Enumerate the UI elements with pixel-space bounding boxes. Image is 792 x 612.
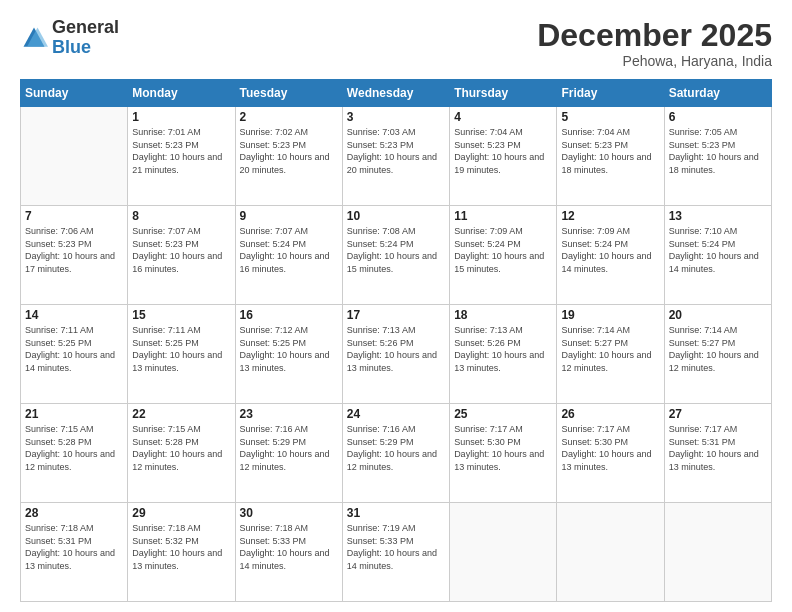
logo: General Blue — [20, 18, 119, 58]
day-info: Sunrise: 7:14 AM Sunset: 5:27 PM Dayligh… — [669, 324, 767, 374]
logo-icon — [20, 24, 48, 52]
calendar-subtitle: Pehowa, Haryana, India — [537, 53, 772, 69]
day-number: 30 — [240, 506, 338, 520]
day-cell: 20Sunrise: 7:14 AM Sunset: 5:27 PM Dayli… — [664, 305, 771, 404]
day-number: 25 — [454, 407, 552, 421]
day-cell: 16Sunrise: 7:12 AM Sunset: 5:25 PM Dayli… — [235, 305, 342, 404]
day-cell — [21, 107, 128, 206]
header: General Blue December 2025 Pehowa, Harya… — [20, 18, 772, 69]
weekday-header-monday: Monday — [128, 80, 235, 107]
day-info: Sunrise: 7:18 AM Sunset: 5:31 PM Dayligh… — [25, 522, 123, 572]
day-info: Sunrise: 7:18 AM Sunset: 5:32 PM Dayligh… — [132, 522, 230, 572]
day-cell: 22Sunrise: 7:15 AM Sunset: 5:28 PM Dayli… — [128, 404, 235, 503]
day-number: 8 — [132, 209, 230, 223]
day-cell: 15Sunrise: 7:11 AM Sunset: 5:25 PM Dayli… — [128, 305, 235, 404]
day-cell: 10Sunrise: 7:08 AM Sunset: 5:24 PM Dayli… — [342, 206, 449, 305]
day-cell: 31Sunrise: 7:19 AM Sunset: 5:33 PM Dayli… — [342, 503, 449, 602]
day-info: Sunrise: 7:16 AM Sunset: 5:29 PM Dayligh… — [347, 423, 445, 473]
calendar-table: SundayMondayTuesdayWednesdayThursdayFrid… — [20, 79, 772, 602]
day-cell: 4Sunrise: 7:04 AM Sunset: 5:23 PM Daylig… — [450, 107, 557, 206]
day-info: Sunrise: 7:14 AM Sunset: 5:27 PM Dayligh… — [561, 324, 659, 374]
day-number: 1 — [132, 110, 230, 124]
day-cell — [557, 503, 664, 602]
day-number: 19 — [561, 308, 659, 322]
day-info: Sunrise: 7:19 AM Sunset: 5:33 PM Dayligh… — [347, 522, 445, 572]
logo-general: General — [52, 18, 119, 38]
day-info: Sunrise: 7:09 AM Sunset: 5:24 PM Dayligh… — [561, 225, 659, 275]
day-cell: 2Sunrise: 7:02 AM Sunset: 5:23 PM Daylig… — [235, 107, 342, 206]
day-cell: 24Sunrise: 7:16 AM Sunset: 5:29 PM Dayli… — [342, 404, 449, 503]
day-info: Sunrise: 7:07 AM Sunset: 5:23 PM Dayligh… — [132, 225, 230, 275]
day-number: 26 — [561, 407, 659, 421]
day-number: 15 — [132, 308, 230, 322]
week-row-3: 14Sunrise: 7:11 AM Sunset: 5:25 PM Dayli… — [21, 305, 772, 404]
day-info: Sunrise: 7:03 AM Sunset: 5:23 PM Dayligh… — [347, 126, 445, 176]
day-number: 21 — [25, 407, 123, 421]
day-cell: 3Sunrise: 7:03 AM Sunset: 5:23 PM Daylig… — [342, 107, 449, 206]
title-block: December 2025 Pehowa, Haryana, India — [537, 18, 772, 69]
day-info: Sunrise: 7:01 AM Sunset: 5:23 PM Dayligh… — [132, 126, 230, 176]
day-cell: 25Sunrise: 7:17 AM Sunset: 5:30 PM Dayli… — [450, 404, 557, 503]
day-info: Sunrise: 7:06 AM Sunset: 5:23 PM Dayligh… — [25, 225, 123, 275]
day-info: Sunrise: 7:18 AM Sunset: 5:33 PM Dayligh… — [240, 522, 338, 572]
day-cell — [664, 503, 771, 602]
day-number: 10 — [347, 209, 445, 223]
logo-text: General Blue — [52, 18, 119, 58]
day-number: 9 — [240, 209, 338, 223]
weekday-header-saturday: Saturday — [664, 80, 771, 107]
day-number: 18 — [454, 308, 552, 322]
day-cell: 8Sunrise: 7:07 AM Sunset: 5:23 PM Daylig… — [128, 206, 235, 305]
day-cell: 11Sunrise: 7:09 AM Sunset: 5:24 PM Dayli… — [450, 206, 557, 305]
day-number: 29 — [132, 506, 230, 520]
day-info: Sunrise: 7:13 AM Sunset: 5:26 PM Dayligh… — [454, 324, 552, 374]
day-info: Sunrise: 7:17 AM Sunset: 5:30 PM Dayligh… — [561, 423, 659, 473]
day-number: 2 — [240, 110, 338, 124]
day-info: Sunrise: 7:04 AM Sunset: 5:23 PM Dayligh… — [561, 126, 659, 176]
day-cell: 23Sunrise: 7:16 AM Sunset: 5:29 PM Dayli… — [235, 404, 342, 503]
week-row-1: 1Sunrise: 7:01 AM Sunset: 5:23 PM Daylig… — [21, 107, 772, 206]
day-number: 28 — [25, 506, 123, 520]
day-cell: 1Sunrise: 7:01 AM Sunset: 5:23 PM Daylig… — [128, 107, 235, 206]
day-cell: 9Sunrise: 7:07 AM Sunset: 5:24 PM Daylig… — [235, 206, 342, 305]
day-cell: 26Sunrise: 7:17 AM Sunset: 5:30 PM Dayli… — [557, 404, 664, 503]
day-number: 31 — [347, 506, 445, 520]
day-number: 27 — [669, 407, 767, 421]
day-cell: 6Sunrise: 7:05 AM Sunset: 5:23 PM Daylig… — [664, 107, 771, 206]
day-info: Sunrise: 7:17 AM Sunset: 5:30 PM Dayligh… — [454, 423, 552, 473]
day-info: Sunrise: 7:07 AM Sunset: 5:24 PM Dayligh… — [240, 225, 338, 275]
day-number: 13 — [669, 209, 767, 223]
weekday-header-thursday: Thursday — [450, 80, 557, 107]
day-cell: 13Sunrise: 7:10 AM Sunset: 5:24 PM Dayli… — [664, 206, 771, 305]
day-cell: 14Sunrise: 7:11 AM Sunset: 5:25 PM Dayli… — [21, 305, 128, 404]
day-cell: 29Sunrise: 7:18 AM Sunset: 5:32 PM Dayli… — [128, 503, 235, 602]
day-info: Sunrise: 7:09 AM Sunset: 5:24 PM Dayligh… — [454, 225, 552, 275]
day-number: 14 — [25, 308, 123, 322]
day-number: 4 — [454, 110, 552, 124]
day-number: 17 — [347, 308, 445, 322]
logo-blue: Blue — [52, 38, 119, 58]
day-number: 5 — [561, 110, 659, 124]
day-cell: 28Sunrise: 7:18 AM Sunset: 5:31 PM Dayli… — [21, 503, 128, 602]
day-info: Sunrise: 7:13 AM Sunset: 5:26 PM Dayligh… — [347, 324, 445, 374]
day-cell: 30Sunrise: 7:18 AM Sunset: 5:33 PM Dayli… — [235, 503, 342, 602]
day-info: Sunrise: 7:11 AM Sunset: 5:25 PM Dayligh… — [25, 324, 123, 374]
day-cell: 7Sunrise: 7:06 AM Sunset: 5:23 PM Daylig… — [21, 206, 128, 305]
week-row-2: 7Sunrise: 7:06 AM Sunset: 5:23 PM Daylig… — [21, 206, 772, 305]
day-cell: 12Sunrise: 7:09 AM Sunset: 5:24 PM Dayli… — [557, 206, 664, 305]
weekday-header-wednesday: Wednesday — [342, 80, 449, 107]
day-number: 3 — [347, 110, 445, 124]
day-info: Sunrise: 7:04 AM Sunset: 5:23 PM Dayligh… — [454, 126, 552, 176]
day-cell: 19Sunrise: 7:14 AM Sunset: 5:27 PM Dayli… — [557, 305, 664, 404]
weekday-header-friday: Friday — [557, 80, 664, 107]
day-info: Sunrise: 7:08 AM Sunset: 5:24 PM Dayligh… — [347, 225, 445, 275]
day-cell: 18Sunrise: 7:13 AM Sunset: 5:26 PM Dayli… — [450, 305, 557, 404]
weekday-header-sunday: Sunday — [21, 80, 128, 107]
day-number: 16 — [240, 308, 338, 322]
weekday-header-row: SundayMondayTuesdayWednesdayThursdayFrid… — [21, 80, 772, 107]
day-number: 12 — [561, 209, 659, 223]
day-number: 24 — [347, 407, 445, 421]
day-cell: 21Sunrise: 7:15 AM Sunset: 5:28 PM Dayli… — [21, 404, 128, 503]
day-info: Sunrise: 7:10 AM Sunset: 5:24 PM Dayligh… — [669, 225, 767, 275]
day-info: Sunrise: 7:15 AM Sunset: 5:28 PM Dayligh… — [25, 423, 123, 473]
day-number: 7 — [25, 209, 123, 223]
